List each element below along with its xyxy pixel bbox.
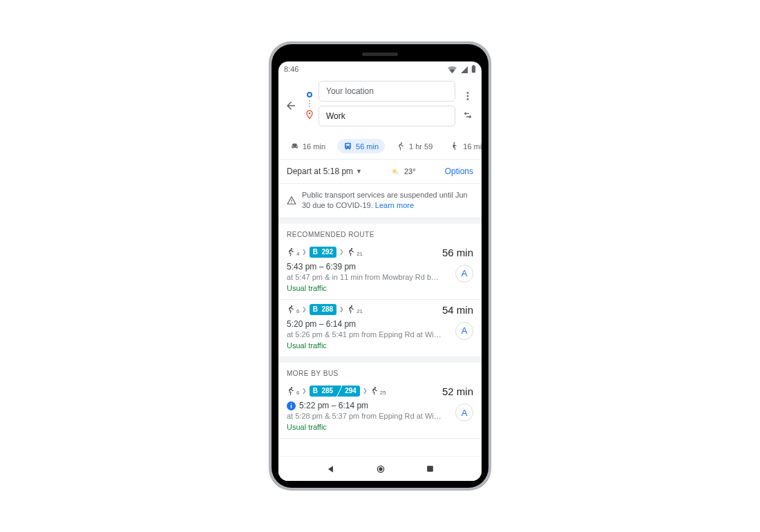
route-departure-note: at 5:28 pm & 5:37 pm from Epping Rd at W… (287, 412, 473, 420)
warning-icon (287, 190, 296, 211)
svg-rect-1 (472, 66, 475, 73)
chevron-right-icon: ❯ (302, 388, 307, 394)
route-duration: 54 min (442, 304, 473, 316)
weather-temp: 23° (404, 167, 416, 175)
back-button[interactable] (281, 96, 301, 115)
origin-field-text: Your location (326, 86, 374, 96)
bus-route-chip: B 292 (310, 247, 336, 258)
mode-tab-rideshare[interactable]: 16 mi (444, 139, 482, 153)
chevron-right-icon: ❯ (339, 306, 344, 312)
walk-minutes: 21 (357, 308, 363, 314)
svg-rect-9 (291, 200, 292, 202)
route-times: i5:22 pm – 6:14 pm (287, 401, 473, 410)
svg-point-18 (379, 467, 382, 471)
section-gap (278, 218, 482, 224)
android-navigation-bar (278, 456, 482, 481)
nav-recents-icon[interactable] (426, 464, 435, 473)
svg-rect-10 (291, 202, 292, 203)
route-departure-note: at 5:47 pm & in 11 min from Mowbray Rd b… (287, 273, 473, 281)
weather-icon (391, 167, 401, 176)
svg-point-3 (467, 92, 469, 94)
svg-point-15 (291, 387, 292, 388)
walk-minutes: 4 (296, 251, 299, 257)
learn-more-link[interactable]: Learn more (375, 201, 414, 209)
depart-time-selector[interactable]: Depart at 5:18 pm ▼ (287, 167, 362, 176)
accessibility-badge[interactable]: A (455, 322, 473, 340)
route-card[interactable]: 6 ❯ B 285 294 ❯ 25 52 min i5:22 pm – 6:1… (278, 381, 482, 439)
more-by-bus-heading: MORE BY BUS (278, 363, 482, 381)
phone-frame-outer: 8:46 (269, 41, 491, 491)
chevron-right-icon: ❯ (339, 249, 344, 255)
walk-icon (347, 305, 356, 314)
nav-home-icon[interactable] (375, 464, 386, 475)
mode-car-time: 16 min (303, 142, 325, 151)
transit-icon (343, 142, 352, 151)
walk-icon (397, 142, 406, 151)
origin-dot-icon (307, 92, 312, 97)
status-time: 8:46 (284, 65, 298, 73)
bus-route-chip: B 285 294 (310, 386, 359, 397)
svg-point-12 (351, 248, 352, 249)
walk-leg: 21 (347, 247, 363, 256)
walk-icon (287, 386, 296, 395)
depart-time-label: Depart at 5:18 pm (287, 167, 353, 176)
route-traffic-status: Usual traffic (287, 423, 473, 431)
walk-icon (370, 386, 379, 395)
mode-walk-time: 1 hr 59 (409, 142, 433, 151)
svg-point-13 (291, 305, 292, 307)
destination-pin-icon (305, 110, 314, 120)
service-alert-text: Public transport services are suspended … (302, 190, 473, 211)
routes-list: 4 ❯ B 292 ❯ 21 56 min 5:43 pm – 6:39 pm … (278, 243, 482, 439)
phone-frame-inner: 8:46 (272, 44, 488, 488)
mode-tab-transit[interactable]: 56 min (337, 139, 385, 153)
info-badge-icon: i (287, 401, 296, 410)
mode-tab-car[interactable]: 16 min (284, 139, 332, 153)
transit-subbar: Depart at 5:18 pm ▼ 23° (278, 159, 482, 184)
route-traffic-status: Usual traffic (287, 341, 473, 350)
battery-icon (471, 65, 476, 73)
svg-point-2 (309, 113, 311, 115)
route-card[interactable]: 4 ❯ B 292 ❯ 21 56 min 5:43 pm – 6:39 pm … (278, 243, 482, 300)
nav-back-icon[interactable] (326, 464, 336, 474)
walk-leg: 21 (347, 305, 363, 314)
service-alert: Public transport services are suspended … (278, 184, 482, 218)
route-times: 5:43 pm – 6:39 pm (287, 262, 473, 272)
svg-point-7 (454, 142, 455, 144)
svg-point-4 (467, 95, 469, 97)
svg-point-14 (351, 305, 352, 307)
walk-leg: 6 (287, 305, 299, 314)
walk-leg: 6 (287, 386, 299, 395)
walk-minutes: 21 (357, 251, 363, 257)
route-duration: 52 min (442, 386, 473, 397)
bus-route-number: 292 (319, 248, 336, 256)
chevron-right-icon: ❯ (363, 388, 368, 394)
rideshare-icon (450, 142, 459, 151)
bus-route-number: 294 (342, 387, 360, 395)
mode-rideshare-time: 16 mi (463, 142, 482, 151)
walk-icon (347, 247, 356, 256)
destination-field-text: Work (326, 111, 345, 121)
walk-icon (287, 305, 296, 314)
swap-endpoints-button[interactable] (458, 106, 477, 125)
svg-point-16 (374, 387, 376, 388)
android-status-bar: 8:46 (278, 61, 482, 77)
accessibility-badge[interactable]: A (455, 403, 473, 421)
cell-signal-icon (460, 66, 468, 73)
bus-route-separator-icon (336, 386, 342, 397)
more-options-button[interactable] (458, 86, 477, 106)
route-card[interactable]: 6 ❯ B 288 ❯ 21 54 min 5:20 pm – 6:14 pm … (278, 300, 482, 357)
destination-field[interactable]: Work (319, 106, 455, 126)
accessibility-badge[interactable]: A (455, 265, 473, 283)
transit-options-link[interactable]: Options (445, 167, 473, 176)
walk-minutes: 6 (296, 308, 299, 314)
stage: 8:46 (0, 0, 760, 532)
mode-tab-walk[interactable]: 1 hr 59 (390, 139, 439, 153)
walk-minutes: 6 (296, 390, 299, 396)
origin-field[interactable]: Your location (319, 81, 455, 102)
svg-point-6 (401, 142, 402, 144)
wifi-icon (448, 66, 457, 73)
route-traffic-status: Usual traffic (287, 284, 473, 292)
phone-speaker (362, 53, 398, 56)
bus-route-number: 285 (319, 387, 336, 395)
chevron-right-icon: ❯ (302, 306, 307, 312)
